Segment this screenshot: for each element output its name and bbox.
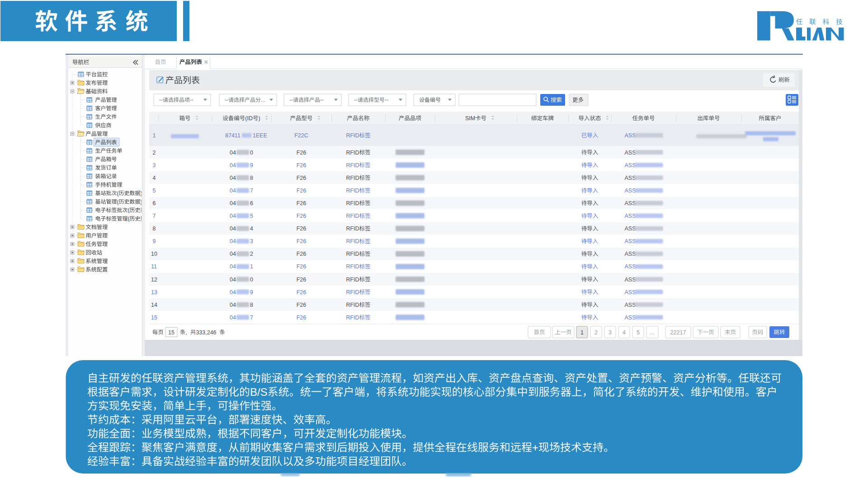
svg-text:ASS: ASS	[625, 175, 636, 181]
svg-text:4: 4	[623, 329, 626, 336]
svg-text:F26: F26	[297, 175, 307, 181]
svg-text:04: 04	[230, 263, 236, 270]
svg-text:04: 04	[230, 200, 236, 206]
svg-text:F26: F26	[297, 251, 307, 257]
svg-text:3: 3	[153, 162, 156, 169]
svg-text:RFID: RFID	[346, 251, 359, 257]
svg-text:ASS: ASS	[625, 225, 636, 232]
svg-text:11: 11	[151, 263, 157, 270]
svg-text:ASS: ASS	[625, 238, 636, 244]
svg-text:333,246: 333,246	[196, 329, 216, 336]
svg-text:F26: F26	[297, 263, 307, 270]
svg-text:RFID: RFID	[346, 238, 359, 244]
svg-text:RFID: RFID	[346, 289, 359, 296]
svg-text:--: --	[289, 97, 293, 103]
svg-text:,: ,	[186, 329, 187, 336]
svg-text:RFID: RFID	[346, 314, 359, 321]
svg-text:04: 04	[230, 225, 236, 232]
svg-text:(ID: (ID	[245, 115, 253, 122]
svg-text:ASS: ASS	[625, 277, 636, 283]
svg-text:1: 1	[580, 329, 584, 336]
svg-text:ASS: ASS	[625, 302, 636, 308]
svg-text:--: --	[320, 97, 324, 103]
svg-text:F26: F26	[297, 314, 307, 321]
svg-text:RFID: RFID	[346, 277, 359, 283]
svg-text:RFID: RFID	[346, 200, 359, 206]
svg-text:ASS: ASS	[625, 200, 636, 206]
svg-text:04: 04	[230, 251, 236, 257]
svg-text:0: 0	[250, 277, 253, 283]
svg-text:3: 3	[609, 329, 612, 336]
svg-text:RFID: RFID	[346, 225, 359, 232]
svg-text:04: 04	[230, 238, 236, 244]
svg-text:ASS: ASS	[625, 162, 636, 169]
svg-text:6: 6	[153, 200, 156, 206]
svg-text:9: 9	[250, 162, 253, 169]
svg-text:(: (	[128, 216, 130, 222]
svg-text:7: 7	[250, 188, 253, 194]
svg-text:RFID: RFID	[346, 263, 359, 270]
svg-text:(: (	[117, 190, 119, 197]
svg-text:--: --	[159, 97, 163, 103]
svg-text:RFID: RFID	[346, 302, 359, 308]
svg-text:F26: F26	[297, 150, 307, 156]
svg-text:): )	[259, 115, 260, 122]
svg-text:8: 8	[153, 225, 156, 232]
svg-text:13: 13	[151, 289, 157, 296]
svg-text:ASS: ASS	[625, 289, 636, 296]
svg-text:04: 04	[230, 277, 236, 283]
svg-text:8: 8	[250, 175, 253, 181]
svg-text:6: 6	[250, 200, 253, 206]
svg-text:RFID: RFID	[346, 162, 359, 169]
svg-text:F26: F26	[297, 277, 307, 283]
svg-text:10: 10	[151, 251, 157, 257]
svg-text:F22C: F22C	[294, 132, 308, 139]
svg-text:4: 4	[250, 225, 253, 232]
svg-text:2: 2	[250, 251, 253, 257]
svg-text:ASS: ASS	[625, 251, 636, 257]
svg-text:RFID: RFID	[346, 175, 359, 181]
svg-text:7: 7	[250, 314, 253, 321]
svg-text:RFID: RFID	[346, 132, 359, 139]
svg-text:5: 5	[153, 188, 156, 194]
svg-text:--: --	[354, 97, 358, 103]
svg-text:F26: F26	[297, 238, 307, 244]
svg-text:ASS: ASS	[625, 132, 636, 139]
svg-text:8: 8	[250, 302, 253, 308]
svg-text:--: --	[385, 97, 388, 103]
svg-text:F26: F26	[297, 302, 307, 308]
svg-text:04: 04	[230, 289, 236, 296]
svg-text:ASS: ASS	[625, 213, 636, 219]
svg-text:RFID: RFID	[346, 213, 359, 219]
svg-text:SIM: SIM	[465, 115, 475, 122]
svg-text:1EEE: 1EEE	[253, 132, 267, 139]
svg-text:04: 04	[230, 162, 236, 169]
svg-text:F26: F26	[297, 225, 307, 232]
svg-text:...: ...	[261, 97, 265, 103]
svg-text:ASS: ASS	[625, 314, 636, 321]
svg-text:4: 4	[153, 175, 156, 181]
svg-text:F26: F26	[297, 213, 307, 219]
svg-text:14: 14	[151, 302, 157, 308]
svg-text:15: 15	[168, 329, 175, 336]
svg-text:5: 5	[637, 329, 640, 336]
svg-text:RFID: RFID	[346, 188, 359, 194]
svg-text:(: (	[128, 207, 130, 213]
svg-text:2: 2	[594, 329, 598, 336]
svg-text:87411: 87411	[225, 132, 241, 139]
svg-text:0: 0	[250, 150, 253, 156]
svg-text:1: 1	[250, 263, 253, 270]
svg-text:15: 15	[151, 314, 157, 321]
svg-text:04: 04	[230, 314, 236, 321]
svg-text:04: 04	[230, 213, 236, 219]
svg-text:F26: F26	[297, 289, 307, 296]
svg-text:04: 04	[230, 175, 236, 181]
svg-text:7: 7	[153, 213, 156, 219]
svg-text:5: 5	[250, 213, 253, 219]
svg-text:--: --	[190, 97, 193, 103]
svg-text:--: --	[225, 97, 228, 103]
svg-text:12: 12	[151, 277, 157, 283]
svg-text:22217: 22217	[670, 329, 686, 336]
svg-text:F26: F26	[297, 200, 307, 206]
svg-text:3: 3	[250, 238, 253, 244]
